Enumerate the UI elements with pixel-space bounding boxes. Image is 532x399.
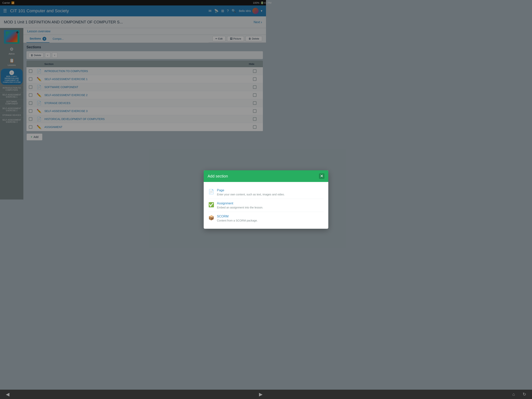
modal-page-description: Enter your own content, such as text, im… — [217, 193, 266, 196]
modal-overlay[interactable]: Add section ✕ 📄 Page Enter your own cont… — [0, 0, 266, 200]
modal-page-icon: 📄 — [208, 189, 214, 194]
add-section-modal: Add section ✕ 📄 Page Enter your own cont… — [204, 170, 266, 200]
modal-title: Add section — [208, 174, 228, 179]
modal-header: Add section ✕ — [204, 170, 266, 182]
modal-page-title: Page — [217, 189, 266, 192]
modal-body: 📄 Page Enter your own content, such as t… — [204, 182, 266, 200]
modal-option-assignment[interactable]: ✅ Assignment Embed an assignment into th… — [208, 199, 266, 200]
modal-page-content: Page Enter your own content, such as tex… — [217, 189, 266, 196]
modal-option-page[interactable]: 📄 Page Enter your own content, such as t… — [208, 186, 266, 199]
